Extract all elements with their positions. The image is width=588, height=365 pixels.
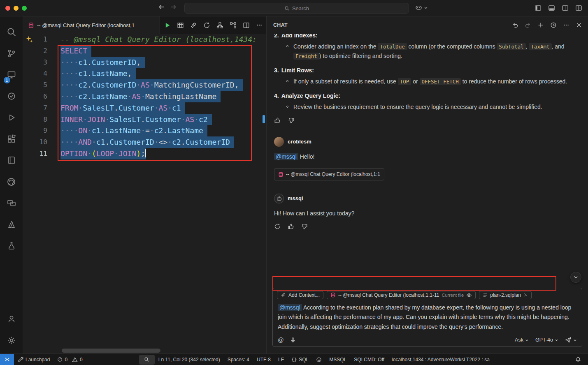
customize-layout-icon[interactable] <box>575 5 582 12</box>
run-query-button[interactable] <box>161 19 173 31</box>
sqlcmd-status[interactable]: SQLCMD: Off <box>350 357 388 363</box>
split-editor-icon[interactable] <box>240 19 252 31</box>
sidebar-item-source-control[interactable] <box>2 43 21 64</box>
scroll-to-bottom-button[interactable] <box>570 272 581 283</box>
toggle-panel-icon[interactable] <box>548 5 555 12</box>
maximize-window-button[interactable] <box>22 6 27 11</box>
redo-icon[interactable] <box>525 22 531 28</box>
accounts-icon[interactable] <box>2 308 21 330</box>
connection-status[interactable]: localhost,1434 : AdventureWorksLT2022 : … <box>388 357 493 363</box>
mode-picker[interactable]: Ask <box>515 337 529 343</box>
code-line[interactable]: 4····c1.LastName, <box>23 68 266 79</box>
toggle-secondary-sidebar-icon[interactable] <box>562 5 569 12</box>
code-line[interactable]: 6····c2.LastName·AS·MatchingLastName <box>23 91 266 102</box>
code-line[interactable]: 1-- @mssql Chat Query Editor (localhost,… <box>23 34 266 45</box>
cursor-position[interactable]: Ln 11, Col 20 (342 selected) <box>155 357 224 363</box>
microphone-icon[interactable] <box>290 337 296 343</box>
context-chip-sqlplan[interactable]: plan-2.sqlplan <box>479 291 532 299</box>
mention-chip[interactable]: @mssql <box>274 153 298 160</box>
eol-setting[interactable]: LF <box>274 357 288 363</box>
copilot-menu-button[interactable] <box>415 4 428 12</box>
launchpad-button[interactable]: Launchpad <box>14 357 53 363</box>
code-line[interactable]: 9····ON·c1.LastName·=·c2.LastName <box>23 125 266 136</box>
command-center-search[interactable]: Search <box>184 3 409 14</box>
navigate-forward-icon[interactable] <box>170 3 177 11</box>
new-chat-icon[interactable] <box>537 22 544 28</box>
notifications-bell-icon[interactable] <box>572 357 585 363</box>
more-actions-icon[interactable] <box>563 22 569 28</box>
code-line[interactable]: 5····c2.CustomerID·AS·MatchingCustomerID… <box>23 79 266 91</box>
close-icon[interactable] <box>576 22 582 28</box>
context-attachments-row: Add Context... -- @mssql Chat Query Edit… <box>277 291 578 303</box>
minimize-window-button[interactable] <box>14 6 19 11</box>
eye-icon[interactable] <box>466 292 472 298</box>
overview-ruler[interactable] <box>261 34 266 353</box>
settings-gear-icon[interactable] <box>2 330 21 351</box>
scrollbar-thumb[interactable] <box>62 349 160 353</box>
close-window-button[interactable] <box>5 6 10 11</box>
toggle-primary-sidebar-icon[interactable] <box>535 5 542 12</box>
thumbs-down-icon[interactable] <box>288 117 295 124</box>
sidebar-item-remote-explorer[interactable]: 1 <box>2 64 21 85</box>
line-number: 2 <box>23 45 47 57</box>
warnings-icon <box>72 357 78 363</box>
sidebar-item-extensions[interactable] <box>2 128 21 150</box>
mssql-status[interactable]: MSSQL <box>325 357 350 363</box>
response-feedback <box>274 117 581 124</box>
disconnect-icon[interactable] <box>188 19 199 31</box>
code-line[interactable]: 11OPTION·(LOOP·JOIN); <box>23 148 266 159</box>
zoom-button[interactable] <box>139 355 155 365</box>
sidebar-item-notebooks[interactable] <box>2 150 21 171</box>
undo-icon[interactable] <box>512 22 518 28</box>
mention-chip[interactable]: @mssql <box>278 304 302 311</box>
schema-designer-icon[interactable] <box>214 19 225 31</box>
query-plan-icon[interactable] <box>227 19 239 31</box>
code-text: -- @mssql Chat Query Editor (localhost,1… <box>60 34 257 45</box>
copilot-sparkle-icon[interactable] <box>26 36 33 43</box>
regenerate-icon[interactable] <box>274 223 281 230</box>
code-line[interactable]: 10····AND·c1.CustomerID·<>·c2.CustomerID <box>23 136 266 148</box>
results-grid-icon[interactable] <box>174 19 186 31</box>
language-mode[interactable]: {} SQL <box>288 357 312 363</box>
assistant-actions <box>274 223 581 230</box>
horizontal-scrollbar[interactable] <box>23 349 266 353</box>
more-actions-icon[interactable] <box>253 19 265 31</box>
sidebar-item-search[interactable] <box>2 21 21 43</box>
model-picker[interactable]: GPT-4o <box>535 337 558 343</box>
code-line[interactable]: 7FROM·SalesLT.Customer·AS·c1 <box>23 102 266 114</box>
editor-tab[interactable]: -- @mssql Chat Query Editor (localhost,1 <box>23 16 160 34</box>
thumbs-up-icon[interactable] <box>274 117 281 124</box>
chat-input-box[interactable]: Add Context... -- @mssql Chat Query Edit… <box>272 288 582 347</box>
code-line[interactable]: 2SELECT <box>23 45 266 57</box>
sidebar-item-run-and-debug[interactable] <box>2 107 21 128</box>
attachment-pill[interactable]: -- @mssql Chat Query Editor (localhost,1… <box>274 168 384 180</box>
sidebar-item-database-projects[interactable] <box>2 235 21 256</box>
feedback-smiley-icon[interactable] <box>312 357 325 363</box>
encoding-setting[interactable]: UTF-8 <box>253 357 274 363</box>
add-context-button[interactable]: Add Context... <box>277 291 323 299</box>
search-placeholder: Search <box>292 5 309 12</box>
thumbs-down-icon[interactable] <box>301 223 308 230</box>
navigate-back-icon[interactable] <box>158 3 165 11</box>
context-chip-current-file[interactable]: -- @mssql Chat Query Editor (localhost,1… <box>327 291 476 299</box>
chat-history-icon[interactable] <box>550 22 557 28</box>
problems-button[interactable]: 0 0 <box>53 357 86 363</box>
line-number: 4 <box>23 68 47 79</box>
attachment-label: -- @mssql Chat Query Editor (localhost,1… <box>286 170 380 179</box>
chat-input-text[interactable]: @mssql According to the execution plan s… <box>277 303 578 336</box>
code-editor[interactable]: 1-- @mssql Chat Query Editor (localhost,… <box>23 34 266 353</box>
change-connection-icon[interactable] <box>201 19 212 31</box>
code-line[interactable]: 3····c1.CustomerID, <box>23 57 266 68</box>
remove-attachment-icon[interactable] <box>523 293 528 297</box>
inline-code: TotalDue <box>378 43 407 50</box>
code-line[interactable]: 8INNER·JOIN·SalesLT.Customer·AS·c2 <box>23 114 266 125</box>
sidebar-item-azure[interactable] <box>2 214 21 235</box>
remote-indicator[interactable] <box>0 354 14 365</box>
sidebar-item-testing[interactable] <box>2 85 21 107</box>
send-button[interactable] <box>565 337 577 343</box>
sidebar-item-live-share[interactable] <box>2 192 21 214</box>
sidebar-item-github[interactable] <box>2 171 21 192</box>
thumbs-up-icon[interactable] <box>288 223 294 230</box>
mention-picker-icon[interactable]: @ <box>278 337 284 343</box>
indentation-setting[interactable]: Spaces: 4 <box>224 357 253 363</box>
